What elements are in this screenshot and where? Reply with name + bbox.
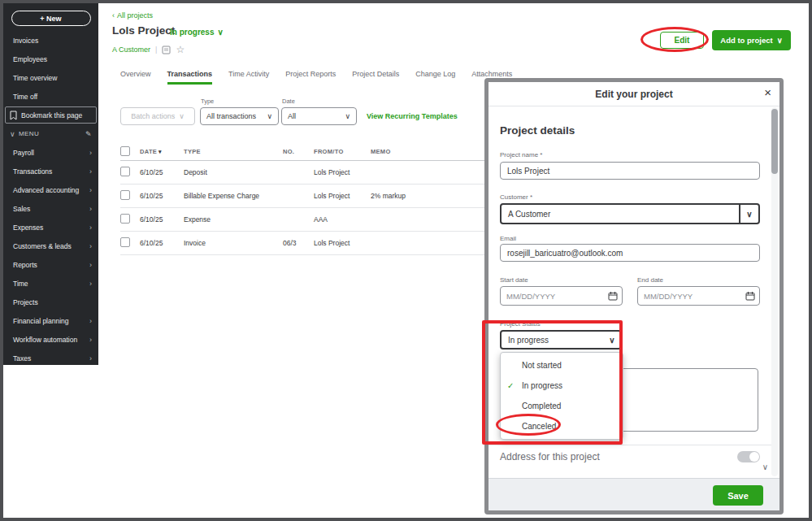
sidebar-item-label: Time off — [13, 93, 37, 101]
status-option-canceled[interactable]: Canceled — [501, 416, 623, 436]
save-button[interactable]: Save — [713, 485, 763, 506]
start-date-input[interactable] — [500, 286, 623, 306]
column-header-memo[interactable]: MEMO — [371, 148, 488, 155]
toggle-knob — [749, 452, 759, 462]
sidebar-item-projects[interactable]: Projects — [3, 293, 98, 311]
add-to-project-button[interactable]: Add to project ∨ — [712, 30, 791, 50]
sidebar-item-label: Expenses — [13, 224, 43, 232]
tab-overview[interactable]: Overview — [120, 70, 151, 85]
sidebar-item-financial-planning[interactable]: Financial planning› — [3, 311, 98, 330]
scroll-down-chevron-icon[interactable]: ∨ — [762, 462, 768, 471]
date-filter-select[interactable]: All ∨ — [281, 107, 357, 125]
column-header-type[interactable]: TYPE — [184, 148, 283, 155]
select-all-checkbox[interactable] — [120, 146, 130, 156]
row-checkbox[interactable] — [120, 167, 130, 176]
row-checkbox[interactable] — [120, 190, 130, 200]
check-icon: ✓ — [507, 376, 514, 396]
breadcrumb[interactable]: ‹ All projects — [112, 11, 153, 20]
add-to-project-label: Add to project — [720, 36, 772, 45]
status-option-not-started[interactable]: Not started — [501, 355, 623, 376]
sort-down-icon: ▾ — [158, 149, 162, 154]
sidebar-item-taxes[interactable]: Taxes› — [3, 349, 98, 367]
project-status-pill[interactable]: In progress ∨ — [170, 28, 224, 37]
chevron-down-icon: ∨ — [777, 36, 783, 45]
chevron-right-icon: › — [89, 242, 92, 250]
note-icon[interactable] — [162, 46, 171, 54]
tab-transactions[interactable]: Transactions — [167, 70, 213, 85]
sidebar-item-label: Workflow automation — [13, 336, 77, 344]
sidebar-item-workflow-automation[interactable]: Workflow automation› — [3, 330, 98, 349]
project-status-select[interactable]: In progress ∨ — [500, 330, 622, 350]
status-option-completed[interactable]: Completed — [501, 396, 623, 416]
view-recurring-templates-link[interactable]: View Recurring Templates — [367, 112, 458, 120]
chevron-right-icon: › — [89, 280, 92, 288]
sidebar-item-reports[interactable]: Reports› — [3, 255, 98, 274]
table-row[interactable]: 6/10/25 Expense AAA — [120, 208, 488, 232]
end-date-label: End date — [637, 276, 663, 284]
sidebar-menu-header[interactable]: ∨ MENU ✎ — [3, 124, 98, 143]
edit-button[interactable]: Edit — [660, 32, 704, 49]
chevron-down-icon: ∨ — [10, 130, 15, 138]
sidebar-item-advanced-accounting[interactable]: Advanced accounting› — [3, 180, 98, 199]
customer-select[interactable]: A Customer ∨ — [500, 203, 760, 224]
customer-link[interactable]: A Customer — [112, 46, 150, 54]
modal-scrollbar[interactable] — [771, 107, 778, 476]
start-date-label: Start date — [500, 276, 528, 284]
sidebar-item-employees[interactable]: Employees — [3, 50, 98, 68]
tab-project-reports[interactable]: Project Reports — [285, 70, 336, 85]
tab-project-details[interactable]: Project Details — [352, 70, 399, 85]
project-name-label: Project name * — [500, 151, 542, 158]
chevron-down-icon[interactable]: ∨ — [739, 205, 758, 223]
type-filter-select[interactable]: All transactions ∨ — [200, 107, 279, 125]
sidebar-item-time[interactable]: Time› — [3, 274, 98, 293]
calendar-icon[interactable] — [608, 291, 618, 301]
sidebar-item-time-off[interactable]: Time off — [3, 87, 98, 106]
sidebar-item-payroll[interactable]: Payroll› — [3, 143, 98, 162]
sidebar-item-label: Bookmark this page — [21, 111, 82, 119]
row-checkbox[interactable] — [120, 237, 130, 247]
email-input[interactable] — [500, 244, 760, 262]
sidebar-item-label: Advanced accounting — [13, 186, 79, 194]
calendar-icon[interactable] — [745, 291, 755, 301]
sidebar-item-invoices[interactable]: Invoices — [3, 31, 98, 50]
pencil-icon[interactable]: ✎ — [85, 130, 92, 138]
scrollbar-thumb[interactable] — [771, 109, 778, 174]
batch-actions-button[interactable]: Batch actions ∨ — [120, 107, 195, 125]
tab-change-log[interactable]: Change Log — [415, 70, 455, 85]
column-header-date[interactable]: DATE▾ — [140, 148, 184, 155]
chevron-right-icon: › — [89, 336, 92, 344]
sidebar-item-label: Projects — [13, 298, 38, 306]
divider: | — [155, 46, 157, 54]
new-button[interactable]: + New — [11, 11, 91, 26]
sidebar-item-label: Taxes — [13, 354, 31, 363]
row-checkbox[interactable] — [120, 214, 130, 224]
table-row[interactable]: 6/10/25 Billable Expense Charge Lols Pro… — [120, 185, 488, 208]
address-label: Address for this project — [500, 451, 600, 462]
breadcrumb-label: All projects — [117, 11, 153, 20]
sidebar-item-bookmark-page[interactable]: Bookmark this page — [5, 106, 97, 124]
column-header-no[interactable]: NO. — [283, 148, 314, 155]
transactions-table: DATE▾ TYPE NO. FROM/TO MEMO 6/10/25 Depo… — [120, 143, 488, 255]
end-date-input[interactable] — [637, 286, 760, 306]
tab-time-activity[interactable]: Time Activity — [228, 70, 269, 85]
customer-row: A Customer | ☆ — [112, 44, 185, 55]
sidebar-item-expenses[interactable]: Expenses› — [3, 218, 98, 237]
table-row[interactable]: 6/10/25 Invoice 06/3 Lols Project — [120, 232, 488, 255]
sidebar-item-sales[interactable]: Sales› — [3, 199, 98, 218]
email-label: Email — [500, 235, 516, 242]
chevron-right-icon: › — [89, 186, 92, 194]
project-name-input[interactable] — [500, 162, 760, 180]
sidebar-item-customers-leads[interactable]: Customers & leads› — [3, 237, 98, 255]
sidebar-item-transactions[interactable]: Transactions› — [3, 162, 98, 180]
column-header-from-to[interactable]: FROM/TO — [314, 148, 371, 155]
end-date-field — [637, 286, 760, 306]
sidebar-item-time-overview[interactable]: Time overview — [3, 68, 98, 87]
chevron-right-icon: › — [89, 167, 92, 176]
table-row[interactable]: 6/10/25 Deposit Lols Project — [120, 161, 488, 185]
address-toggle[interactable] — [737, 451, 760, 462]
close-icon[interactable]: × — [764, 85, 771, 99]
star-icon[interactable]: ☆ — [176, 44, 185, 55]
sidebar-item-label: Invoices — [13, 37, 38, 45]
tab-bar: Overview Transactions Time Activity Proj… — [120, 70, 512, 85]
status-option-in-progress[interactable]: ✓In progress — [501, 376, 623, 396]
